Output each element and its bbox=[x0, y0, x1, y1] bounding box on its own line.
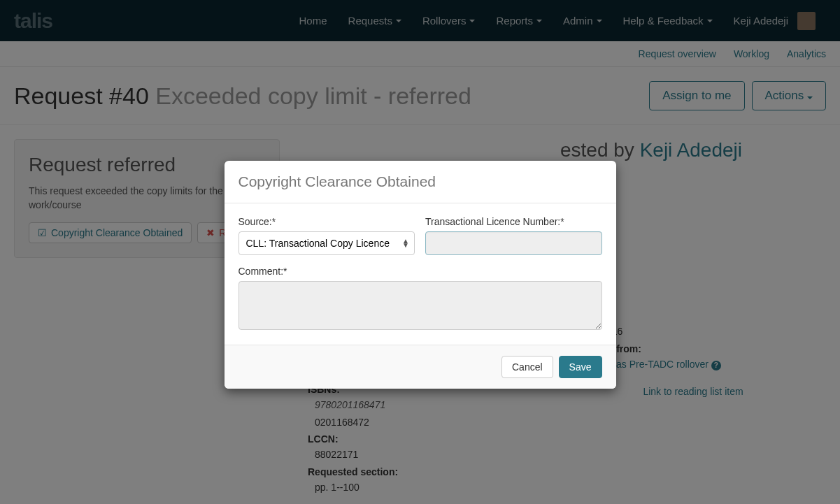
comment-label: Comment:* bbox=[239, 266, 602, 277]
modal-overlay[interactable]: Copyright Clearance Obtained Source:* CL… bbox=[0, 0, 840, 504]
save-button[interactable]: Save bbox=[559, 356, 602, 378]
licence-group: Transactional Licence Number:* bbox=[425, 216, 602, 255]
licence-label: Transactional Licence Number:* bbox=[425, 216, 602, 227]
source-label: Source:* bbox=[239, 216, 415, 227]
comment-textarea[interactable] bbox=[239, 281, 602, 330]
modal-footer: Cancel Save bbox=[225, 345, 616, 389]
comment-group: Comment:* bbox=[239, 266, 602, 332]
clearance-modal: Copyright Clearance Obtained Source:* CL… bbox=[225, 161, 616, 389]
source-select[interactable]: CLL: Transactional Copy Licence bbox=[239, 231, 415, 255]
modal-body: Source:* CLL: Transactional Copy Licence… bbox=[225, 203, 616, 345]
licence-input[interactable] bbox=[425, 231, 602, 255]
modal-header: Copyright Clearance Obtained bbox=[225, 161, 616, 203]
source-group: Source:* CLL: Transactional Copy Licence… bbox=[239, 216, 415, 255]
cancel-button[interactable]: Cancel bbox=[501, 356, 553, 378]
modal-title: Copyright Clearance Obtained bbox=[239, 173, 602, 190]
